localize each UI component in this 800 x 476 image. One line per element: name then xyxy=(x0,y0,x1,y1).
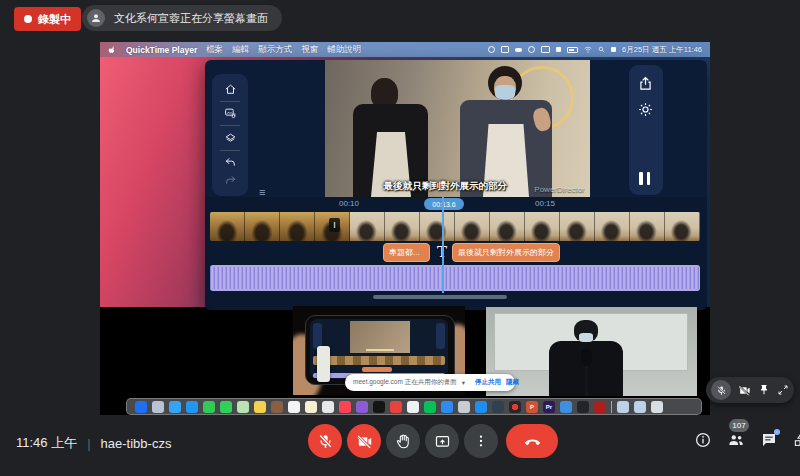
globe-browser-dock-icon xyxy=(492,401,504,413)
clip-thumbnail xyxy=(490,212,525,241)
activities-icon xyxy=(792,431,800,449)
phone-app-text-clip xyxy=(362,367,392,372)
phone-app-preview xyxy=(350,321,410,353)
person-icon xyxy=(90,12,102,24)
expand-icon[interactable] xyxy=(777,384,789,396)
shared-screen-video[interactable]: QuickTime Player 檔案 編輯 顯示方式 視窗 輔助說明 6月25… xyxy=(100,42,710,415)
status-cloud-icon xyxy=(515,48,522,52)
pause-icon[interactable] xyxy=(639,172,650,185)
status-display-icon xyxy=(541,46,550,53)
toolbar-divider xyxy=(220,101,240,102)
ruler-time-left: 00:10 xyxy=(339,199,359,208)
status-wifi-icon xyxy=(584,46,592,53)
toolbar-divider xyxy=(220,125,240,126)
menubar-clock: 6月25日 週五 上午11:46 xyxy=(622,45,702,55)
end-call-button[interactable] xyxy=(506,424,558,458)
playhead-time-badge[interactable]: 00:13.6 xyxy=(424,198,464,210)
text-clip-right[interactable]: 最後就只剩對外展示的部分 xyxy=(452,243,560,262)
editor-timeline: 00:10 00:15 00:13.6 I 專題都... T 最後就只剩對外展示… xyxy=(205,197,707,310)
mail-dock-icon xyxy=(186,401,198,413)
menu-edit[interactable]: 編輯 xyxy=(232,44,249,56)
call-controls xyxy=(308,424,558,458)
clip-thumbnail xyxy=(455,212,490,241)
status-search-icon xyxy=(598,46,605,53)
microphone-stand xyxy=(585,365,588,396)
news-dock-icon xyxy=(390,401,402,413)
notes-dock-icon xyxy=(305,401,317,413)
powerdirector-watermark: PowerDirector xyxy=(534,185,585,194)
camera-off-icon[interactable] xyxy=(738,384,751,397)
activities-button[interactable] xyxy=(792,431,800,449)
calendar-dock-icon xyxy=(288,401,300,413)
redo-icon[interactable] xyxy=(224,174,237,187)
home-icon[interactable] xyxy=(224,83,237,96)
menu-help[interactable]: 輔助說明 xyxy=(327,44,361,56)
people-icon xyxy=(726,431,746,449)
menu-view[interactable]: 顯示方式 xyxy=(258,44,292,56)
recording-label: 錄製中 xyxy=(38,12,71,27)
mic-toggle-button[interactable] xyxy=(308,424,342,458)
share-banner-text: 文化系何宣蓉正在分享螢幕畫面 xyxy=(114,11,268,26)
layers-icon[interactable] xyxy=(224,132,237,145)
text-clip-left[interactable]: 專題都... xyxy=(383,243,430,262)
call-end-icon xyxy=(523,432,542,451)
info-icon xyxy=(694,431,712,449)
scene-person-right xyxy=(460,66,552,197)
mic-off-icon xyxy=(716,385,727,396)
documents-folder-dock-icon xyxy=(634,401,646,413)
menu-file[interactable]: 檔案 xyxy=(206,44,223,56)
settings-gear-icon[interactable] xyxy=(637,101,654,118)
white-card xyxy=(317,346,330,382)
meeting-details-button[interactable] xyxy=(694,431,712,449)
maps-dock-icon xyxy=(237,401,249,413)
meeting-side-actions: 107 xyxy=(694,431,800,449)
share-toast-caret-icon[interactable]: ▾ xyxy=(462,379,465,387)
phone-app-right-toolbar xyxy=(436,323,445,349)
phone-screen xyxy=(310,319,448,379)
hide-toast-button[interactable]: 隱藏 xyxy=(506,378,519,387)
dock-divider xyxy=(611,401,612,413)
pin-icon[interactable] xyxy=(758,384,770,396)
downloads-folder-dock-icon xyxy=(617,401,629,413)
stop-sharing-button[interactable]: 停止共用 xyxy=(475,378,501,387)
playhead-line[interactable] xyxy=(442,197,444,293)
podcasts-dock-icon xyxy=(356,401,368,413)
tile-mute-button[interactable] xyxy=(711,380,731,400)
camera-toggle-button[interactable] xyxy=(347,424,381,458)
timeline-scrollbar[interactable] xyxy=(373,295,507,299)
status-volume-icon xyxy=(556,47,561,52)
status-siri-icon xyxy=(528,46,535,53)
meet-clock: 11:46 上午 xyxy=(16,434,77,452)
menu-window[interactable]: 視窗 xyxy=(301,44,318,56)
clip-thumbnail xyxy=(560,212,595,241)
powerpoint-dock-icon: P xyxy=(526,401,538,413)
panel-drag-handle[interactable]: ≡ xyxy=(259,187,265,197)
appletv-dock-icon xyxy=(373,401,385,413)
music-dock-icon xyxy=(339,401,351,413)
export-icon[interactable] xyxy=(637,75,654,92)
audio-waveform-track[interactable] xyxy=(210,265,700,291)
trash-dock-icon xyxy=(651,401,663,413)
more-options-button[interactable] xyxy=(464,424,498,458)
tile-hover-controls xyxy=(706,377,794,403)
raise-hand-button[interactable] xyxy=(386,424,420,458)
status-battery-icon xyxy=(567,47,578,53)
undo-icon[interactable] xyxy=(224,156,237,169)
media-library-icon[interactable] xyxy=(224,107,237,120)
video-clip-track[interactable] xyxy=(210,212,700,241)
quicktime-dock-icon xyxy=(560,401,572,413)
meeting-code: hae-tibb-czs xyxy=(101,436,172,451)
premiere-dock-icon: Pr xyxy=(543,401,555,413)
raise-hand-icon xyxy=(395,433,412,450)
status-chat-icon xyxy=(501,46,509,53)
present-screen-button[interactable] xyxy=(425,424,459,458)
chat-notification-dot xyxy=(774,429,780,435)
macos-dock: PPr xyxy=(126,398,702,415)
participants-button[interactable]: 107 xyxy=(726,431,746,449)
clip-thumbnail xyxy=(525,212,560,241)
chat-button[interactable] xyxy=(760,431,778,449)
clip-indicator-badge: I xyxy=(329,218,340,232)
menubar-app-name: QuickTime Player xyxy=(126,45,197,55)
meeting-info: 11:46 上午 | hae-tibb-czs xyxy=(16,434,171,452)
status-control-center-icon xyxy=(611,47,616,52)
